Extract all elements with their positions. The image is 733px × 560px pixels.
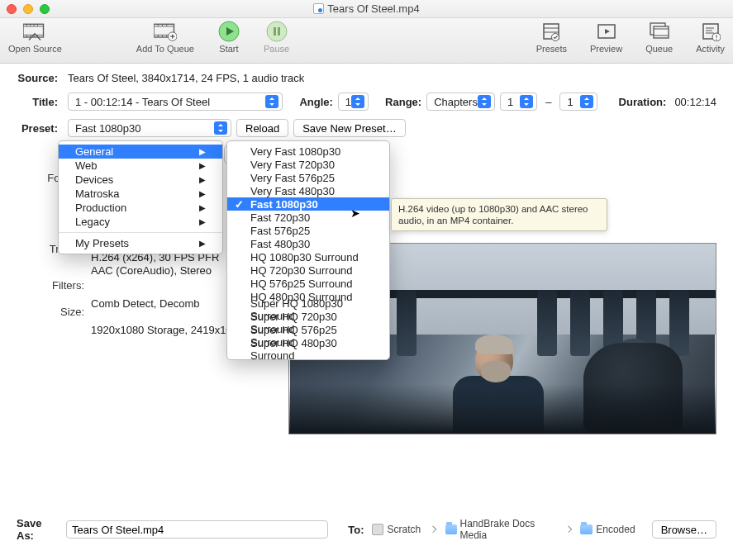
svg-rect-27 [278, 27, 280, 36]
range-from-value: 1 [507, 96, 513, 108]
presets-button[interactable]: Presets [536, 21, 567, 54]
svg-marker-53 [584, 97, 589, 100]
range-mode-value: Chapters [434, 96, 478, 108]
updown-icon [351, 95, 364, 108]
path-disk[interactable]: Scratch [372, 524, 421, 535]
path-folder-1-label: HandBrake Docs Media [460, 518, 556, 541]
submenu-item[interactable]: Very Fast 720p30 [227, 158, 389, 171]
save-new-preset-label: Save New Preset… [302, 122, 396, 135]
menu-item-label: Matroska [75, 187, 119, 200]
reload-button[interactable]: Reload [236, 119, 288, 137]
save-new-preset-button[interactable]: Save New Preset… [293, 119, 405, 137]
range-to-value: 1 [567, 96, 573, 108]
submenu-item-label: Fast 1080p30 [250, 198, 318, 211]
title-select-value: 1 - 00:12:14 - Tears Of Steel [75, 96, 210, 108]
browse-button[interactable]: Browse… [652, 520, 716, 539]
submenu-item[interactable]: Very Fast 1080p30 [227, 145, 389, 158]
start-label: Start [219, 44, 238, 54]
submenu-item[interactable]: Fast 576p25 [227, 224, 389, 237]
disk-icon [372, 524, 383, 535]
menu-item-general[interactable]: General▶ [59, 145, 222, 159]
add-to-queue-label: Add To Queue [136, 44, 194, 54]
duration-value: 00:12:14 [674, 96, 716, 108]
folder-icon [580, 524, 593, 534]
start-button[interactable]: Start [217, 21, 240, 54]
title-label: Title: [17, 96, 58, 108]
chevron-right-icon [430, 526, 436, 533]
svg-marker-49 [482, 97, 487, 100]
submenu-item[interactable]: Very Fast 576p25 [227, 171, 389, 184]
svg-marker-45 [269, 97, 274, 100]
queue-button[interactable]: Queue [645, 21, 673, 54]
angle-label: Angle: [299, 96, 332, 108]
updown-icon [478, 95, 491, 108]
submenu-item[interactable]: Very Fast 480p30 [227, 184, 389, 197]
menu-item-devices[interactable]: Devices▶ [59, 173, 222, 187]
menu-item-legacy[interactable]: Legacy▶ [59, 215, 222, 229]
submenu-item[interactable]: HQ 1080p30 Surround [227, 250, 389, 263]
submenu-item-label: Very Fast 576p25 [250, 172, 335, 184]
to-label: To: [348, 524, 364, 536]
range-from-select[interactable]: 1 [500, 93, 537, 111]
submenu-item-label: HQ 720p30 Surround [250, 264, 353, 277]
chevron-right-icon: ▶ [199, 203, 206, 212]
activity-button[interactable]: Activity [696, 21, 725, 54]
menu-item-my-presets[interactable]: My Presets▶ [59, 236, 222, 250]
preset-select-value: Fast 1080p30 [75, 122, 141, 135]
menu-item-label: Web [75, 159, 98, 172]
svg-rect-35 [654, 26, 669, 38]
angle-select[interactable]: 1 [338, 93, 369, 111]
size-label: Size: [17, 306, 84, 319]
submenu-item-label: Fast 720p30 [250, 211, 310, 224]
save-as-input[interactable] [66, 520, 328, 539]
range-to-select[interactable]: 1 [559, 93, 597, 111]
path-folder-1[interactable]: HandBrake Docs Media [445, 518, 556, 541]
submenu-item-label: Very Fast 720p30 [250, 159, 335, 171]
chevron-right-icon [564, 526, 571, 533]
preset-label: Preset: [17, 122, 58, 135]
preset-select[interactable]: Fast 1080p30 [68, 119, 231, 137]
chevron-right-icon: ▶ [199, 147, 206, 156]
preset-category-menu[interactable]: General▶ Web▶ Devices▶ Matroska▶ Product… [58, 140, 223, 254]
preset-submenu[interactable]: Very Fast 1080p30 Very Fast 720p30 Very … [226, 140, 390, 360]
play-icon [217, 21, 240, 41]
menu-item-label: Devices [75, 173, 113, 186]
pause-icon [265, 21, 288, 41]
chevron-right-icon: ▶ [199, 217, 206, 226]
submenu-item-label: Fast 480p30 [250, 238, 310, 250]
chevron-right-icon: ▶ [199, 239, 206, 248]
preview-icon [595, 21, 618, 41]
svg-marker-33 [605, 29, 610, 34]
submenu-item-label: Super HQ 480p30 Surround [250, 337, 379, 362]
add-to-queue-button[interactable]: Add To Queue [136, 21, 194, 54]
svg-marker-54 [584, 103, 589, 106]
source-value: Tears Of Steel, 3840x1714, 24 FPS, 1 aud… [68, 72, 304, 84]
submenu-item[interactable]: Super HQ 480p30 Surround [227, 343, 389, 356]
activity-label: Activity [696, 44, 725, 54]
preview-button[interactable]: Preview [590, 21, 622, 54]
reload-label: Reload [245, 122, 279, 135]
svg-point-31 [552, 34, 559, 41]
submenu-item[interactable]: Fast 480p30 [227, 237, 389, 250]
window-title: Tears Of Steel.mp4 [327, 2, 419, 15]
svg-marker-55 [218, 124, 223, 126]
menu-item-production[interactable]: Production▶ [59, 201, 222, 215]
menu-item-label: Production [75, 202, 126, 214]
main-toolbar: Open Source Add To Queue Start Pause Pre… [0, 18, 733, 64]
path-folder-2[interactable]: Encoded [580, 524, 635, 535]
svg-point-25 [267, 21, 287, 41]
submenu-item[interactable]: HQ 576p25 Surround [227, 277, 389, 290]
range-mode-select[interactable]: Chapters [426, 93, 495, 111]
open-source-button[interactable]: Open Source [8, 21, 62, 54]
submenu-item[interactable]: HQ 720p30 Surround [227, 263, 389, 277]
submenu-item-selected[interactable]: Fast 1080p30 [227, 197, 389, 211]
submenu-item[interactable]: Fast 720p30 [227, 211, 389, 224]
path-disk-label: Scratch [387, 524, 421, 535]
title-select[interactable]: 1 - 00:12:14 - Tears Of Steel [68, 93, 283, 111]
menu-item-web[interactable]: Web▶ [59, 159, 222, 173]
menu-item-matroska[interactable]: Matroska▶ [59, 187, 222, 201]
film-add-icon [154, 21, 177, 41]
chevron-right-icon: ▶ [199, 161, 206, 170]
document-proxy-icon[interactable] [313, 3, 324, 14]
menu-item-label: Legacy [75, 216, 110, 228]
